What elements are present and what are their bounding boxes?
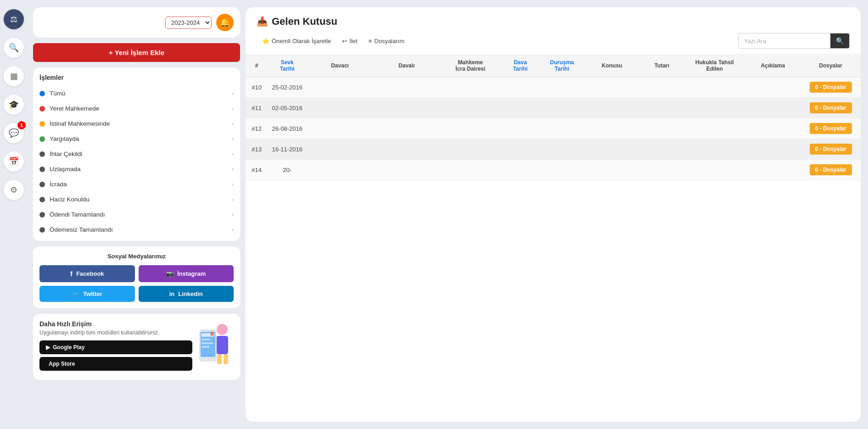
calendar-icon-btn[interactable]: 📅 xyxy=(4,151,24,172)
toolbar-row: ⭐ Önemli Olarak İşaretle ↩ İlet ≡ Dosyal… xyxy=(257,33,850,54)
notification-bell[interactable]: 🔔 xyxy=(216,14,234,31)
cell-davaci xyxy=(307,160,373,180)
facebook-icon: f xyxy=(70,270,73,278)
chevron-odendi: › xyxy=(232,212,234,218)
dosyalar-button[interactable]: 0 - Dosyalar xyxy=(810,102,852,113)
islem-item-icrada[interactable]: İcrada › xyxy=(33,177,240,192)
instagram-label: İnstagram xyxy=(177,270,206,277)
cell-durusma xyxy=(540,118,584,139)
graduation-icon-btn[interactable]: 🎓 xyxy=(4,95,24,115)
islem-item-istinaf[interactable]: İstinaf Mahkemesinde › xyxy=(33,116,240,131)
svg-point-0 xyxy=(217,324,228,335)
table-header-row: # SevkTarihi Davacı Davalı Mahkemeİcra D… xyxy=(246,55,861,77)
islem-item-haciz[interactable]: Haciz Konuldu › xyxy=(33,192,240,207)
cell-tutar xyxy=(640,118,684,139)
cell-dosyalar: 0 - Dosyalar xyxy=(801,139,861,160)
islem-label-odemesiz: Ödemesiz Tamamlandı xyxy=(50,226,113,233)
cell-davaci xyxy=(307,77,373,98)
chevron-yerel: › xyxy=(232,106,234,112)
app-store-button[interactable]: App Store xyxy=(39,357,192,371)
page-title: Gelen Kutusu xyxy=(272,16,337,28)
app-panel: Daha Hızlı Erişim Uygulamayı indirip tüm… xyxy=(33,314,240,380)
search-submit-icon: 🔍 xyxy=(836,37,844,45)
twitter-button[interactable]: 🐦 Twitter xyxy=(39,286,135,302)
cell-dava xyxy=(501,160,540,180)
islemler-title: İşlemler xyxy=(33,74,240,86)
cell-id: #10 xyxy=(246,77,268,98)
social-grid: f Facebook 📷 İnstagram 🐦 Twitter in Link… xyxy=(39,265,234,302)
islem-item-odendi[interactable]: Ödendi Tamamlandı › xyxy=(33,207,240,222)
cell-mahkeme xyxy=(440,118,501,139)
search-box: 🔍 xyxy=(738,33,850,49)
svg-rect-3 xyxy=(222,338,227,351)
cell-mahkeme xyxy=(440,77,501,98)
play-icon: ▶ xyxy=(46,344,50,351)
app-title: Daha Hızlı Erişim xyxy=(39,320,192,328)
grid-icon-btn[interactable]: ▦ xyxy=(4,66,24,86)
dosyalar-button[interactable]: 0 - Dosyalar xyxy=(810,164,852,175)
cell-dosyalar: 0 - Dosyalar xyxy=(801,98,861,118)
chevron-ihtar: › xyxy=(232,151,234,157)
table-body: #10 25-02-2016 0 - Dosyalar #11 02-05-20… xyxy=(246,77,861,180)
ilet-button[interactable]: ↩ İlet xyxy=(336,35,363,47)
cell-davaci xyxy=(307,139,373,160)
inbox-icon: 📥 xyxy=(257,16,268,27)
chevron-uzlasma: › xyxy=(232,166,234,173)
search-input[interactable] xyxy=(739,34,830,48)
dot-tumu xyxy=(39,91,45,96)
cell-dosyalar: 0 - Dosyalar xyxy=(801,118,861,139)
linkedin-icon: in xyxy=(169,290,175,297)
search-icon-btn[interactable]: 🔍 xyxy=(4,38,24,58)
cell-davali xyxy=(373,77,440,98)
dot-icrada xyxy=(39,182,45,187)
add-item-button[interactable]: + Yeni İşlem Ekle xyxy=(33,43,240,62)
onemli-button[interactable]: ⭐ Önemli Olarak İşaretle xyxy=(257,35,336,47)
dot-uzlasma xyxy=(39,167,45,172)
settings-icon-btn[interactable]: ⚙ xyxy=(4,180,24,200)
chevron-haciz: › xyxy=(232,196,234,203)
col-header-dosyalar: Dosyalar xyxy=(801,55,861,77)
cell-tutar xyxy=(640,98,684,118)
cell-durusma xyxy=(540,160,584,180)
cell-hukuk xyxy=(684,139,745,160)
cell-sevk: 20- xyxy=(268,160,307,180)
cell-id: #11 xyxy=(246,98,268,118)
year-select[interactable]: 2023-2024 2022-2023 2021-2022 xyxy=(165,17,212,29)
logo-icon[interactable]: ⚖ xyxy=(4,9,24,29)
linkedin-button[interactable]: in Linkedin xyxy=(139,286,234,302)
cell-aciklama xyxy=(745,77,801,98)
islem-item-tumu[interactable]: Tümü › xyxy=(33,86,240,101)
cell-sevk: 02-05-2016 xyxy=(268,98,307,118)
cell-konu xyxy=(584,77,640,98)
cell-davaci xyxy=(307,118,373,139)
google-play-button[interactable]: ▶ Google Play xyxy=(39,340,192,354)
dot-yargitay xyxy=(39,136,45,142)
chevron-istinaf: › xyxy=(232,121,234,127)
islem-item-odemesiz[interactable]: Ödemesiz Tamamlandı › xyxy=(33,222,240,237)
dosyalar-button[interactable]: 0 - Dosyalar xyxy=(810,144,852,155)
col-header-hash: # xyxy=(246,55,268,77)
islem-item-uzlasma[interactable]: Uzlaşmada › xyxy=(33,162,240,177)
islem-item-yargitay[interactable]: Yargıtayda › xyxy=(33,131,240,146)
chevron-tumu: › xyxy=(232,90,234,97)
icon-bar: ⚖ 🔍 ▦ 🎓 💬 1 📅 ⚙ xyxy=(0,0,28,429)
page-title-row: 📥 Gelen Kutusu xyxy=(257,16,850,28)
facebook-button[interactable]: f Facebook xyxy=(39,265,135,282)
main-content: 📥 Gelen Kutusu ⭐ Önemli Olarak İşaretle … xyxy=(246,7,861,422)
search-submit-button[interactable]: 🔍 xyxy=(830,33,849,48)
islem-item-yerel[interactable]: Yerel Mahkemede › xyxy=(33,101,240,116)
col-header-davali: Davalı xyxy=(373,55,440,77)
chevron-odemesiz: › xyxy=(232,227,234,233)
dosyalar-button[interactable]: 0 - Dosyalar xyxy=(810,82,852,93)
dosyalar-button[interactable]: 0 - Dosyalar xyxy=(810,123,852,134)
dot-odendi xyxy=(39,212,45,217)
message-icon-btn[interactable]: 💬 1 xyxy=(4,123,24,143)
instagram-button[interactable]: 📷 İnstagram xyxy=(139,265,234,282)
svg-rect-9 xyxy=(202,339,211,340)
col-header-hukuk: Hukukla TahsilEdilen xyxy=(684,55,745,77)
onemli-label: Önemli Olarak İşaretle xyxy=(272,38,331,45)
dosyalarim-label: Dosyalarım xyxy=(374,38,404,45)
dosyalarim-button[interactable]: ≡ Dosyalarım xyxy=(363,35,410,47)
islem-item-ihtar[interactable]: İhtar Çekildi › xyxy=(33,146,240,162)
app-illustration xyxy=(197,320,234,373)
